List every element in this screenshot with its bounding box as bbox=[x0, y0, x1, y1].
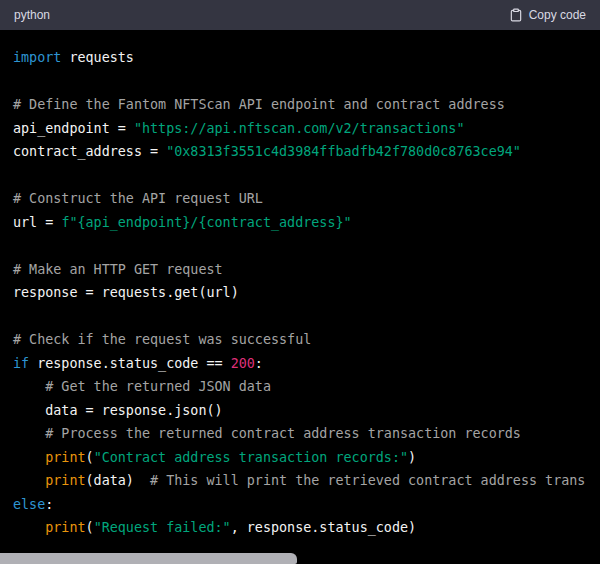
code-line: # Get the returned JSON data bbox=[13, 375, 600, 399]
code-line: if response.status_code == 200: bbox=[13, 352, 600, 376]
code-line bbox=[13, 164, 600, 188]
horizontal-scrollbar-thumb[interactable] bbox=[0, 553, 297, 564]
copy-code-button[interactable]: Copy code bbox=[509, 8, 586, 22]
code-line: # Make an HTTP GET request bbox=[13, 258, 600, 282]
language-label: python bbox=[14, 0, 50, 30]
code-line: # Check if the request was successful bbox=[13, 328, 600, 352]
copy-code-label: Copy code bbox=[529, 8, 586, 22]
code-line bbox=[13, 234, 600, 258]
code-line: else: bbox=[13, 493, 600, 517]
code-line: print("Request failed:", response.status… bbox=[13, 516, 600, 540]
code-block-header: python Copy code bbox=[0, 0, 600, 30]
code-line: print("Contract address transaction reco… bbox=[13, 446, 600, 470]
code-content: import requests # Define the Fantom NFTS… bbox=[0, 30, 600, 540]
code-block: python Copy code import requests # Defin… bbox=[0, 0, 600, 564]
code-line: contract_address = "0x8313f3551c4d3984ff… bbox=[13, 140, 600, 164]
clipboard-icon bbox=[509, 8, 523, 22]
code-line bbox=[13, 70, 600, 94]
code-line: data = response.json() bbox=[13, 399, 600, 423]
code-line: response = requests.get(url) bbox=[13, 281, 600, 305]
code-line bbox=[13, 305, 600, 329]
code-line: url = f"{api_endpoint}/{contract_address… bbox=[13, 211, 600, 235]
code-line: import requests bbox=[13, 46, 600, 70]
code-line: # Construct the API request URL bbox=[13, 187, 600, 211]
code-line: api_endpoint = "https://api.nftscan.com/… bbox=[13, 117, 600, 141]
code-line: print(data) # This will print the retrie… bbox=[13, 469, 600, 493]
code-line: # Define the Fantom NFTScan API endpoint… bbox=[13, 93, 600, 117]
code-line: # Process the returned contract address … bbox=[13, 422, 600, 446]
